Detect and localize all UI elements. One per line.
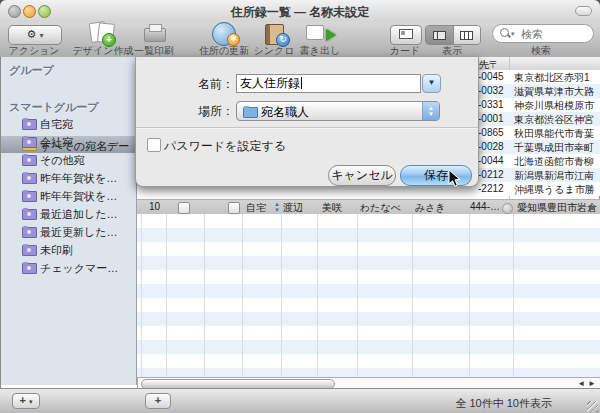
postal-cell: -0865 [478,127,504,138]
location-label: 場所： [198,103,234,120]
divider [136,127,478,129]
address-cell: 神奈川県相模原市 [514,99,594,112]
smart-folder-icon [22,263,37,274]
list-print-button[interactable] [138,22,170,44]
add-group-button[interactable]: + ▾ [12,393,40,409]
postal-cell: -0331 [478,99,504,110]
toolbar-toggle-lozenge[interactable] [575,6,592,16]
checkbox-2[interactable] [228,202,240,214]
list-view-segment[interactable] [426,26,453,44]
column-separator [469,214,470,377]
bottom-bar: + ▾ + 全 10件中 10件表示 [0,388,600,413]
sync-button[interactable]: ↻ [260,22,292,44]
password-checkbox[interactable] [147,138,161,152]
search-field[interactable]: ▾ [492,24,594,43]
address-update-button[interactable]: ✱ [208,22,240,44]
column-separator [513,214,514,377]
table-row[interactable]: -0044北海道函館市青柳 [477,154,600,168]
table-row[interactable]: -0865秋田県能代市青葉 [477,126,600,140]
table-row[interactable]: -0001東京都渋谷区神宮 [477,112,600,126]
empty-rows-area [137,214,600,377]
name-value: 友人住所録 [240,76,300,90]
address-update-label: 住所の更新 [192,44,256,58]
column-view-icon [460,31,473,40]
postal-cell: -2212 [478,183,504,194]
export-arrow-icon [326,29,336,41]
smart-folder-icon [22,245,37,256]
address-cell: 北海道函館市青柳 [514,155,594,168]
postal-cell: -0001 [478,113,504,124]
kana-last-cell: わたなべ [360,201,401,215]
sidebar-item-company[interactable]: 会社宛 [1,133,136,151]
location-popup[interactable]: 宛名職人 ▲▼ [236,101,440,121]
app-window: 住所録一覧 — 名称未設定 ⚙ ▾ アクション + デザイン作成 一覧印刷 ✱ … [0,0,600,413]
postal-cell: -0212 [478,169,504,180]
postal-cell: -0044 [478,155,504,166]
record-count-status: 全 10件中 10件表示 [455,396,552,411]
postal-cell: -0028 [478,141,504,152]
table-row[interactable]: -0331神奈川県相模原市 [477,98,600,112]
printer-icon [144,28,166,42]
list-print-label: 一覧印刷 [128,44,180,58]
name-label: 名前： [198,76,234,93]
address-cell: 新潟県新潟市江南 [514,169,594,182]
card-view-button[interactable] [390,25,422,45]
address-cell: 滋賀県草津市大路 [514,85,594,98]
popup-stepper-icon: ▲▼ [422,102,439,120]
card-label: カード [380,44,430,58]
cell-stepper-icon[interactable]: ▲▼ [274,201,280,213]
checkbox-1[interactable] [178,202,190,214]
table-row[interactable]: -0032滋賀県草津市大路 [477,84,600,98]
postal-cell: -0032 [478,85,504,96]
sidebar-item-label: 最近更新した… [40,225,118,240]
action-button[interactable]: ⚙ ▾ [8,25,62,45]
resize-grip[interactable] [587,401,598,412]
export-button[interactable] [304,22,336,44]
column-separator [357,214,358,377]
title-bar[interactable]: 住所録一覧 — 名称未設定 [0,0,600,22]
smart-folder-icon [22,119,37,130]
sidebar-item-recently-updated[interactable]: 最近更新した… [1,223,136,241]
scroll-left-arrow-icon[interactable]: ◄ [577,379,588,388]
sidebar-item-lastyear-1[interactable]: 昨年年賀状を… [1,169,136,187]
folder-icon [243,107,258,118]
address-cell: 東京都北区赤羽1 [514,71,590,84]
sidebar-item-unprinted[interactable]: 未印刷 [1,241,136,259]
name-input[interactable]: 友人住所録 [236,74,421,93]
table-row[interactable]: -0028千葉県成田市幸町 [477,140,600,154]
address-cell: 沖縄県うるま市勝 [514,183,595,196]
sidebar-item-label: 最近追加した… [40,207,118,222]
action-label: アクション [6,44,62,58]
disclosure-button[interactable]: ▼ [422,74,441,93]
cancel-button[interactable]: キャンセル [328,165,396,186]
table-row[interactable]: -0212新潟県新潟市江南 [477,168,600,182]
text-caret [301,77,302,89]
sidebar-item-label: 昨年年賀状を… [40,189,117,204]
smart-group-header: スマートグループ [9,100,99,115]
design-create-button[interactable]: + [86,22,118,44]
add-record-button[interactable]: + [145,393,171,409]
search-input[interactable] [519,26,591,41]
chevron-down-icon: ▾ [29,398,33,405]
sidebar-item-lastyear-2[interactable]: 昨年年賀状を… [1,187,136,205]
column-separator [317,214,318,377]
scroll-right-arrow-icon[interactable]: ► [588,379,599,388]
search-icon [500,28,509,37]
column-separator [204,214,205,377]
save-sheet-dialog: 名前： 友人住所録 ▼ 場所： 宛名職人 ▲▼ パスワードを設定する キャンセル… [135,57,479,187]
gear-icon: ⚙ [27,28,37,40]
badge-dot-icon [502,203,513,214]
sidebar-item-home[interactable]: 自宅宛 [1,115,136,133]
sidebar: グループ すべての宛名デー スマートグループ 自宅宛 会社宛 その他宛 昨年年賀… [1,57,137,385]
table-row[interactable]: -0045東京都北区赤羽1 [477,70,600,84]
sidebar-item-label: チェックマー… [40,261,118,276]
sidebar-item-checkmark[interactable]: チェックマー… [1,259,136,277]
mouse-cursor [448,170,462,188]
column-separator [242,214,243,377]
table-row[interactable]: -2212沖縄県うるま市勝 [477,182,600,196]
sync-label: シンクロ [250,44,298,58]
sidebar-item-recently-added[interactable]: 最近追加した… [1,205,136,223]
group-header: グループ [9,63,54,78]
sidebar-item-other[interactable]: その他宛 [1,151,136,169]
column-view-segment[interactable] [453,26,481,44]
